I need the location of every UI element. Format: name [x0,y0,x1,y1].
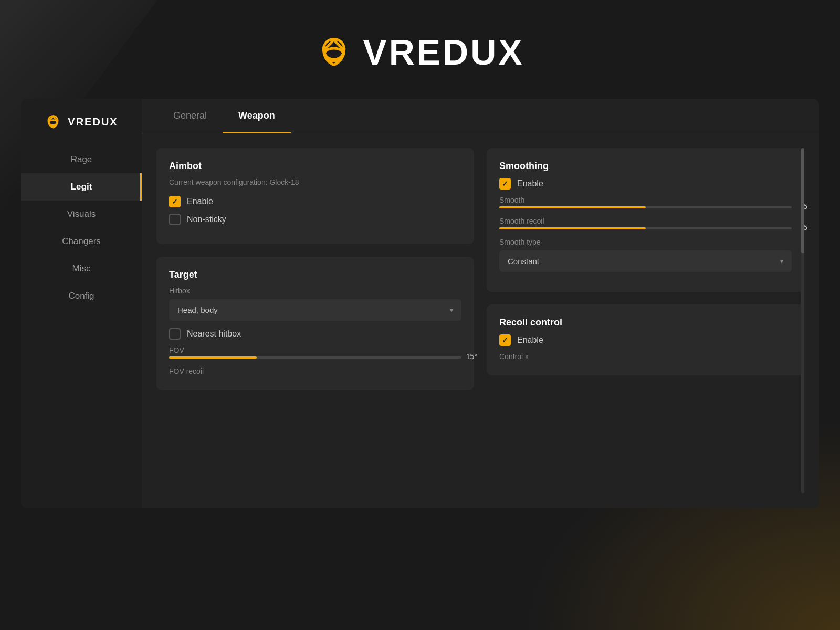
scrollbar[interactable] [801,148,804,494]
smooth-recoil-label: Smooth recoil [499,217,792,225]
sidebar: VREDUX Rage Legit Visuals Changers Misc … [21,99,142,508]
content-body: Aimbot Current weapon configuration: Glo… [142,133,819,508]
recoil-enable-checkbox[interactable]: ✓ [499,334,511,346]
target-card: Target Hitbox Head, body ▾ Nearest hitbo… [156,257,474,390]
sidebar-item-changers[interactable]: Changers [21,228,142,255]
fov-slider-track[interactable]: 15° [169,356,461,359]
aimbot-subtitle: Current weapon configuration: Glock-18 [169,178,461,186]
main-panel: VREDUX Rage Legit Visuals Changers Misc … [21,99,819,508]
header-logo: VREDUX [316,32,524,72]
aimbot-card: Aimbot Current weapon configuration: Glo… [156,148,474,244]
fov-slider-container: FOV 15° [169,346,461,359]
sidebar-item-legit[interactable]: Legit [21,173,142,201]
sidebar-brand: VREDUX [34,113,128,130]
tab-general[interactable]: General [158,99,223,133]
hitbox-value: Head, body [177,306,218,314]
aimbot-enable-checkbox[interactable]: ✓ [169,196,181,207]
sidebar-nav: Rage Legit Visuals Changers Misc Config [21,146,142,310]
sidebar-item-misc[interactable]: Misc [21,255,142,282]
smooth-type-value: Constant [508,257,539,266]
smoothing-card: Smoothing ✓ Enable Smooth 5 [487,148,804,292]
chevron-down-icon: ▾ [450,307,453,314]
smooth-slider-fill [499,206,646,208]
nearest-hitbox-checkbox[interactable] [169,328,181,340]
smooth-recoil-slider-container: Smooth recoil 5 [499,217,792,229]
tabs-bar: General Weapon [142,99,819,133]
fov-recoil-label: FOV recoil [169,367,461,375]
recoil-card: Recoil control ✓ Enable Control x [487,304,804,375]
left-column: Aimbot Current weapon configuration: Glo… [156,148,474,494]
aimbot-enable-label: Enable [187,197,213,206]
smoothing-enable-checkbox[interactable]: ✓ [499,178,511,190]
header-title: VREDUX [363,32,524,72]
aimbot-enable-check-icon: ✓ [172,197,178,206]
hitbox-dropdown[interactable]: Head, body ▾ [169,299,461,321]
smooth-slider-container: Smooth 5 [499,196,792,208]
smoothing-title: Smoothing [499,161,792,172]
sidebar-brand-name: VREDUX [68,116,118,128]
smooth-label: Smooth [499,196,792,204]
nearest-hitbox-label: Nearest hitbox [187,329,241,339]
control-x-label: Control x [499,352,792,361]
fov-slider-value: 15° [466,352,477,361]
content-area: General Weapon Aimbot Current weapon con… [142,99,819,508]
smoothing-enable-check-icon: ✓ [502,180,508,188]
sidebar-item-config[interactable]: Config [21,282,142,310]
smooth-recoil-slider-fill [499,227,646,229]
smoothing-enable-label: Enable [517,179,543,188]
nearest-hitbox-row[interactable]: Nearest hitbox [169,328,461,340]
hitbox-field-label: Hitbox [169,287,461,295]
smooth-slider-track[interactable]: 5 [499,206,792,208]
target-title: Target [169,269,461,280]
header: VREDUX [0,0,840,99]
scrollbar-thumb[interactable] [801,148,804,253]
smoothing-enable-row[interactable]: ✓ Enable [499,178,792,190]
sidebar-logo-icon [45,113,61,130]
aimbot-enable-row[interactable]: ✓ Enable [169,196,461,207]
right-column: Smoothing ✓ Enable Smooth 5 [487,148,804,494]
recoil-enable-row[interactable]: ✓ Enable [499,334,792,346]
aimbot-title: Aimbot [169,161,461,172]
sidebar-item-visuals[interactable]: Visuals [21,201,142,228]
vredux-logo-icon [316,34,352,70]
sidebar-item-rage[interactable]: Rage [21,146,142,173]
fov-slider-fill [169,356,257,359]
recoil-enable-check-icon: ✓ [502,336,508,344]
aimbot-nonsticky-checkbox[interactable] [169,214,181,225]
aimbot-nonsticky-row[interactable]: Non-sticky [169,214,461,225]
smooth-type-dropdown[interactable]: Constant ▾ [499,250,792,272]
smooth-type-label: Smooth type [499,238,792,246]
aimbot-nonsticky-label: Non-sticky [187,215,226,224]
smooth-type-chevron-icon: ▾ [780,258,783,265]
smooth-recoil-slider-track[interactable]: 5 [499,227,792,229]
recoil-enable-label: Enable [517,335,543,345]
tab-weapon[interactable]: Weapon [223,99,291,133]
fov-label: FOV [169,346,461,354]
recoil-title: Recoil control [499,317,792,328]
